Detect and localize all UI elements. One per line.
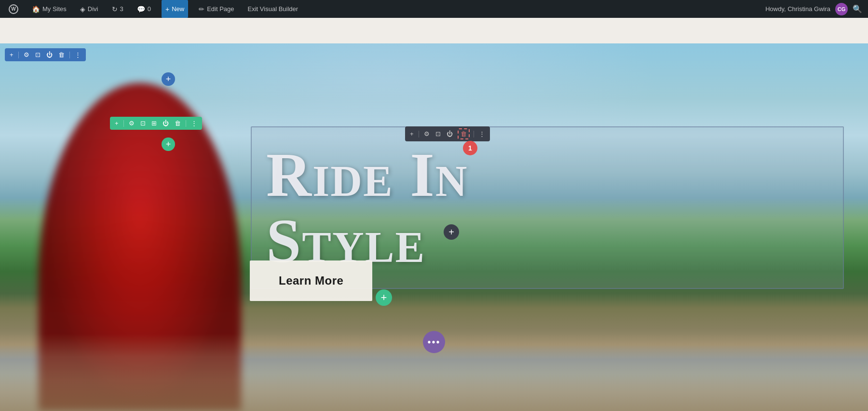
section-delete-button[interactable]: 🗑 (57, 50, 66, 59)
sync-count: 3 (120, 5, 123, 13)
section-add-button[interactable]: + (9, 50, 14, 59)
wp-logo[interactable]: W (6, 0, 21, 18)
pencil-icon: ✏ (199, 5, 204, 13)
bottom-more-button[interactable]: ••• (423, 331, 445, 353)
section-toolbar: + ⚙ ⊡ ⏻ 🗑 ⋮ (5, 48, 86, 61)
row-delete-button[interactable]: 🗑 (174, 119, 182, 128)
add-row-button[interactable]: + (162, 72, 175, 86)
module-delete-button[interactable]: 🗑 (458, 128, 470, 139)
new-menu[interactable]: + New (162, 0, 188, 18)
edit-page-label: Edit Page (207, 5, 234, 13)
row-duplicate-button[interactable]: ⊡ (139, 119, 147, 128)
module-add-circle[interactable]: + (444, 224, 459, 240)
builder-bar (0, 18, 868, 43)
section-more-button[interactable]: ⋮ (74, 50, 82, 59)
row-sep2 (186, 120, 186, 127)
section-disable-button[interactable]: ⏻ (45, 50, 54, 59)
section-settings-button[interactable]: ⚙ (23, 50, 30, 59)
home-icon: 🏠 (32, 5, 40, 13)
divi-icon: ◈ (80, 5, 85, 13)
comments-menu[interactable]: 💬 0 (134, 0, 154, 18)
sep2 (69, 52, 70, 58)
row-more-button[interactable]: ⋮ (190, 119, 198, 128)
row-sep1 (123, 120, 124, 127)
notification-badge: 1 (463, 141, 477, 155)
row-columns-button[interactable]: ⊞ (150, 119, 158, 128)
divi-label: Divi (88, 5, 98, 13)
hero-heading: Ride In Style (266, 142, 828, 274)
hero-section: + ⚙ ⊡ ⏻ 🗑 ⋮ + + ⚙ ⊡ ⊞ ⏻ 🗑 ⋮ + Ride In St… (0, 43, 868, 411)
my-sites-label: My Sites (42, 5, 67, 13)
row-disable-button[interactable]: ⏻ (162, 119, 170, 128)
mod-sep1 (419, 131, 419, 137)
module-disable-button[interactable]: ⏻ (446, 129, 454, 138)
row-settings-button[interactable]: ⚙ (128, 119, 136, 128)
comment-icon: 💬 (137, 5, 145, 13)
new-label: New (172, 5, 184, 13)
plus-icon: + (165, 5, 169, 13)
divi-menu[interactable]: ◈ Divi (77, 0, 101, 18)
heading-line1: Ride In (266, 140, 468, 209)
sep1 (18, 52, 19, 58)
module-toolbar: + ⚙ ⊡ ⏻ 🗑 ⋮ (405, 126, 490, 141)
admin-bar: W 🏠 My Sites ◈ Divi ↻ 3 💬 0 + New ✏ Edit… (0, 0, 868, 18)
wp-icon: W (9, 4, 18, 14)
sync-menu[interactable]: ↻ 3 (109, 0, 126, 18)
module-add-button[interactable]: + (409, 129, 415, 138)
search-icon[interactable]: 🔍 (853, 4, 862, 14)
edit-page-link[interactable]: ✏ Edit Page (196, 0, 237, 18)
exit-builder-link[interactable]: Exit Visual Builder (245, 0, 301, 18)
row-add-button[interactable]: + (114, 119, 120, 128)
module-settings-button[interactable]: ⚙ (423, 129, 431, 138)
module-more-button[interactable]: ⋮ (478, 129, 486, 138)
add-column-button[interactable]: + (162, 137, 175, 151)
section-duplicate-button[interactable]: ⊡ (34, 50, 41, 59)
mod-sep2 (474, 131, 474, 137)
admin-bar-right: Howdy, Christina Gwira CG 🔍 (765, 3, 862, 15)
learn-more-button[interactable]: Learn More (250, 260, 372, 301)
avatar[interactable]: CG (835, 3, 848, 15)
add-row-mid-button[interactable]: + (376, 289, 392, 306)
my-sites-menu[interactable]: 🏠 My Sites (29, 0, 69, 18)
howdy-text: Howdy, Christina Gwira (765, 5, 830, 13)
sync-icon: ↻ (112, 5, 118, 13)
comments-count: 0 (148, 5, 151, 13)
notification-count: 1 (468, 144, 472, 152)
row-toolbar: + ⚙ ⊡ ⊞ ⏻ 🗑 ⋮ (110, 117, 202, 130)
exit-builder-label: Exit Visual Builder (248, 5, 298, 13)
module-duplicate-button[interactable]: ⊡ (434, 129, 442, 138)
